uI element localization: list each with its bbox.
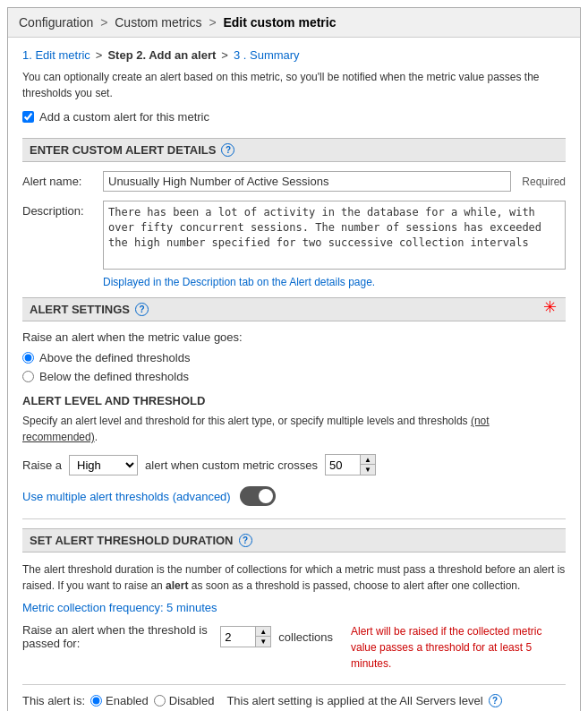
alert-name-label: Alert name: <box>22 171 103 188</box>
this-alert-is-label: This alert is: <box>22 694 85 707</box>
main-container: Configuration > Custom metrics > Edit cu… <box>7 7 581 711</box>
collections-up-btn[interactable]: ▲ <box>256 627 270 637</box>
page-header: Configuration > Custom metrics > Edit cu… <box>8 8 580 38</box>
status-help-icon[interactable]: ? <box>489 694 502 707</box>
breadcrumb-config: Configuration <box>19 15 93 30</box>
collections-row: Raise an alert when the threshold is pas… <box>22 623 566 672</box>
step3-link[interactable]: 3 . Summary <box>234 48 300 62</box>
toggle-switch[interactable] <box>240 486 276 506</box>
radio-below[interactable] <box>22 371 34 382</box>
description-label: Description: <box>22 201 103 218</box>
alert-name-field: Required <box>103 171 566 192</box>
breadcrumb-current: Edit custom metric <box>223 15 336 30</box>
step2-current: Step 2. Add an alert <box>107 48 216 62</box>
page-content: 1. Edit metric > Step 2. Add an alert > … <box>8 38 580 711</box>
required-label: Required <box>522 176 566 188</box>
radio-below-row: Below the defined thresholds <box>22 370 566 383</box>
collections-left: Raise an alert when the threshold is pas… <box>22 623 333 650</box>
threshold-up-btn[interactable]: ▲ <box>361 455 375 465</box>
step-sep1: > <box>96 48 103 62</box>
collections-down-btn[interactable]: ▼ <box>256 637 270 647</box>
alert-level-select[interactable]: Critical High Medium Low <box>69 455 138 475</box>
alert-settings-wrapper: ALERT SETTINGS ? ✳ <box>22 297 566 321</box>
collections-value-input[interactable] <box>221 628 255 647</box>
radio-disabled[interactable] <box>154 695 166 707</box>
duration-section-header: SET ALERT THRESHOLD DURATION ? <box>22 528 566 553</box>
description-note: Displayed in the Description tab on the … <box>103 276 566 288</box>
radio-below-label: Below the defined thresholds <box>39 370 189 383</box>
alert-status-row: This alert is: Enabled Disabled This ale… <box>22 684 566 707</box>
collections-spinners: ▲ ▼ <box>255 627 270 647</box>
collections-value-field: ▲ ▼ <box>220 626 271 647</box>
duration-description: The alert threshold duration is the numb… <box>22 561 566 594</box>
applied-text-value: This alert setting is applied at the All… <box>226 694 482 707</box>
threshold-value-input[interactable] <box>326 456 360 475</box>
description-row: Description: There has been a lot of act… <box>22 201 566 288</box>
description-field: There has been a lot of activity in the … <box>103 201 566 288</box>
alert-details-help-icon[interactable]: ? <box>221 143 234 157</box>
intro-text: You can optionally create an alert based… <box>22 69 566 101</box>
raise-threshold-label: Raise an alert when the threshold is pas… <box>22 623 213 650</box>
collections-unit: collections <box>278 630 333 644</box>
alert-details-section-header: ENTER CUSTOM ALERT DETAILS ? <box>22 138 566 162</box>
toggle-wrapper: Use multiple alert thresholds (advanced) <box>22 486 566 506</box>
alert-highlight: alert <box>166 579 188 592</box>
threshold-spinners: ▲ ▼ <box>360 455 375 475</box>
steps-nav: 1. Edit metric > Step 2. Add an alert > … <box>22 48 566 62</box>
breadcrumb-sep2: > <box>209 15 219 30</box>
add-alert-label: Add a custom alert for this metric <box>39 110 209 124</box>
radio-above[interactable] <box>22 352 34 364</box>
collections-note: Alert will be raised if the collected me… <box>351 623 566 672</box>
alert-name-input[interactable] <box>103 171 511 192</box>
alert-settings-title: ALERT SETTINGS <box>30 303 130 316</box>
collection-freq: Metric collection frequency: 5 minutes <box>22 601 566 614</box>
disabled-label: Disabled <box>154 694 215 707</box>
description-textarea[interactable]: There has been a lot of activity in the … <box>103 201 566 270</box>
divider <box>22 518 566 519</box>
breadcrumb-custom-metrics: Custom metrics <box>115 15 201 30</box>
enabled-text: Enabled <box>106 694 149 707</box>
alert-when-label: alert when custom metric crosses <box>145 458 318 472</box>
enabled-label: Enabled <box>90 694 149 707</box>
raise-alert-row: Raise a Critical High Medium Low alert w… <box>22 454 566 475</box>
multiple-thresholds-link[interactable]: Use multiple alert thresholds (advanced) <box>22 490 231 503</box>
alert-details-title: ENTER CUSTOM ALERT DETAILS <box>30 143 216 157</box>
threshold-down-btn[interactable]: ▼ <box>361 465 375 475</box>
step1-link[interactable]: 1. Edit metric <box>22 48 90 62</box>
breadcrumb-sep1: > <box>100 15 111 30</box>
alert-settings-section-header: ALERT SETTINGS ? <box>22 297 566 321</box>
asterisk-icon: ✳ <box>543 297 557 317</box>
alert-settings-help-icon[interactable]: ? <box>135 303 149 316</box>
radio-enabled[interactable] <box>90 695 102 707</box>
not-recommended-text: (not recommended) <box>22 415 490 443</box>
duration-title: SET ALERT THRESHOLD DURATION <box>30 534 234 547</box>
level-threshold-header: ALERT LEVEL AND THRESHOLD <box>22 394 566 407</box>
add-alert-row: Add a custom alert for this metric <box>22 110 566 124</box>
radio-above-row: Above the defined thresholds <box>22 351 566 364</box>
raise-a-label: Raise a <box>22 458 62 472</box>
raise-text: Raise an alert when the metric value goe… <box>22 330 566 344</box>
threshold-value-field: ▲ ▼ <box>325 454 376 475</box>
disabled-text: Disabled <box>169 694 215 707</box>
duration-help-icon[interactable]: ? <box>239 534 252 547</box>
add-alert-checkbox[interactable] <box>22 111 34 123</box>
radio-above-label: Above the defined thresholds <box>39 351 190 364</box>
step-sep2: > <box>221 48 228 62</box>
applied-text: This alert setting is applied at the All… <box>226 694 482 707</box>
alert-name-row: Alert name: Required <box>22 171 566 192</box>
threshold-note: Specify an alert level and threshold for… <box>22 413 566 445</box>
